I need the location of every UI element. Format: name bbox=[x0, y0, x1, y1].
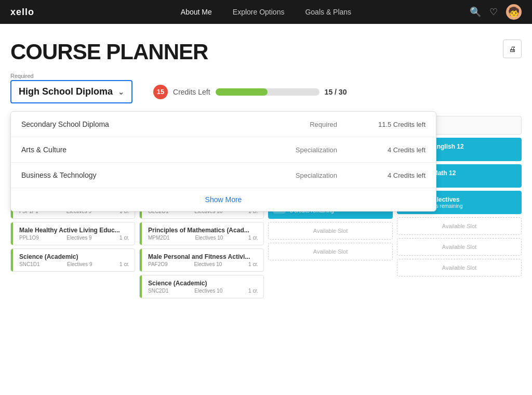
course-credits: 1 cr. bbox=[119, 235, 129, 241]
show-more-button[interactable]: Show More bbox=[11, 188, 436, 211]
course-name: Principles of Mathematics (Acad... bbox=[148, 227, 258, 234]
course-credits: 1 cr. bbox=[119, 261, 129, 267]
dropdown-item-name: Arts & Culture bbox=[21, 146, 296, 154]
navbar: xello About Me Explore Options Goals & P… bbox=[0, 0, 532, 24]
course-bar bbox=[11, 222, 13, 245]
course-name: Male Personal and Fitness Activi... bbox=[148, 253, 258, 260]
course-bar bbox=[11, 249, 13, 271]
credits-progress-bar bbox=[216, 88, 320, 96]
course-elective: Electives 10 bbox=[194, 288, 222, 294]
dropdown-item-arts[interactable]: Arts & Culture Specialization 4 Credits … bbox=[11, 137, 436, 163]
nav-explore-options[interactable]: Explore Options bbox=[233, 8, 285, 16]
avatar[interactable]: 🧒 bbox=[506, 4, 522, 20]
print-icon: 🖨 bbox=[509, 45, 516, 53]
dropdown-item-type: Required bbox=[310, 121, 337, 128]
search-icon[interactable]: 🔍 bbox=[470, 6, 481, 18]
course-card[interactable]: Male Personal and Fitness Activi... PAF2… bbox=[139, 248, 264, 272]
credits-fraction: 15 / 30 bbox=[325, 88, 347, 96]
course-code: MPM2D1 bbox=[148, 235, 170, 241]
course-name: Science (Academic) bbox=[19, 253, 129, 260]
diploma-selected-text: High School Diploma bbox=[19, 86, 113, 97]
course-elective: Electives 9 bbox=[66, 235, 91, 241]
course-credits: 1 cr. bbox=[248, 261, 258, 267]
course-code: PAF2O9 bbox=[148, 261, 168, 267]
dropdown-item-type: Specialization bbox=[296, 146, 337, 154]
course-meta: SNC2D1 Electives 10 1 cr. bbox=[148, 288, 258, 294]
heart-icon[interactable]: ♡ bbox=[489, 6, 498, 18]
dropdown-item-name: Secondary School Diploma bbox=[21, 120, 310, 128]
nav-links: About Me Explore Options Goals & Plans bbox=[181, 8, 351, 16]
main-content: COURSE PLANNER 🖨 Required High School Di… bbox=[0, 24, 532, 395]
credits-left-area: 15 Credits Left 15 / 30 bbox=[153, 85, 347, 99]
nav-about-me[interactable]: About Me bbox=[181, 8, 212, 16]
nav-goals-plans[interactable]: Goals & Plans bbox=[305, 8, 351, 16]
diploma-dropdown[interactable]: High School Diploma ⌄ bbox=[10, 80, 132, 103]
course-card[interactable]: Science (Academic) SNC1D1 Electives 9 1 … bbox=[10, 248, 135, 272]
brand-logo: xello bbox=[10, 7, 34, 18]
course-meta: SNC1D1 Electives 9 1 cr. bbox=[19, 261, 129, 267]
credits-progress-fill bbox=[216, 88, 268, 96]
credits-badge: 15 bbox=[153, 85, 168, 99]
course-credits: 1 cr. bbox=[248, 288, 258, 294]
dropdown-item-credits: 11.5 Credits left bbox=[358, 121, 425, 128]
course-card[interactable]: Principles of Mathematics (Acad... MPM2D… bbox=[139, 222, 264, 245]
dropdown-item-business[interactable]: Business & Technology Specialization 4 C… bbox=[11, 163, 436, 188]
course-credits: 1 cr. bbox=[248, 235, 258, 241]
chevron-down-icon: ⌄ bbox=[118, 88, 124, 96]
course-code: PPL1O9 bbox=[19, 235, 39, 241]
dropdown-item-secondary[interactable]: Secondary School Diploma Required 11.5 C… bbox=[11, 112, 436, 137]
course-elective: Electives 9 bbox=[67, 261, 92, 267]
required-label: Required bbox=[10, 73, 34, 79]
course-code: SNC2D1 bbox=[148, 288, 168, 294]
course-name: Male Healthy Active Living Educ... bbox=[19, 227, 129, 234]
course-bar bbox=[140, 222, 142, 245]
course-meta: MPM2D1 Electives 10 1 cr. bbox=[148, 235, 258, 241]
available-slot: Available Slot bbox=[268, 243, 393, 260]
course-elective: Electives 10 bbox=[194, 261, 222, 267]
course-meta: PPL1O9 Electives 9 1 cr. bbox=[19, 235, 129, 241]
available-slot: Available Slot bbox=[397, 238, 522, 256]
navbar-icons: 🔍 ♡ 🧒 bbox=[470, 4, 522, 20]
course-bar bbox=[140, 275, 142, 298]
course-card[interactable]: Male Healthy Active Living Educ... PPL1O… bbox=[10, 222, 135, 245]
dropdown-item-name: Business & Technology bbox=[21, 171, 296, 179]
available-slot: Available Slot bbox=[268, 222, 393, 240]
print-button[interactable]: 🖨 bbox=[503, 40, 522, 58]
course-bar bbox=[140, 249, 142, 271]
dropdown-item-credits: 4 Credits left bbox=[358, 146, 425, 154]
dropdown-item-type: Specialization bbox=[296, 172, 337, 179]
required-section: Required High School Diploma ⌄ 15 Credit… bbox=[10, 80, 522, 103]
course-name: Science (Academic) bbox=[148, 280, 258, 287]
dropdown-item-credits: 4 Credits left bbox=[358, 172, 425, 179]
diploma-dropdown-menu: Secondary School Diploma Required 11.5 C… bbox=[10, 111, 436, 212]
course-code: SNC1D1 bbox=[19, 261, 39, 267]
available-slot: Available Slot bbox=[397, 217, 522, 235]
course-meta: PAF2O9 Electives 10 1 cr. bbox=[148, 261, 258, 267]
course-elective: Electives 10 bbox=[195, 235, 223, 241]
page-title: COURSE PLANNER bbox=[10, 40, 522, 64]
credits-left-label: Credits Left bbox=[173, 88, 210, 96]
course-card[interactable]: Science (Academic) SNC2D1 Electives 10 1… bbox=[139, 275, 264, 298]
available-slot: Available Slot bbox=[397, 259, 522, 276]
